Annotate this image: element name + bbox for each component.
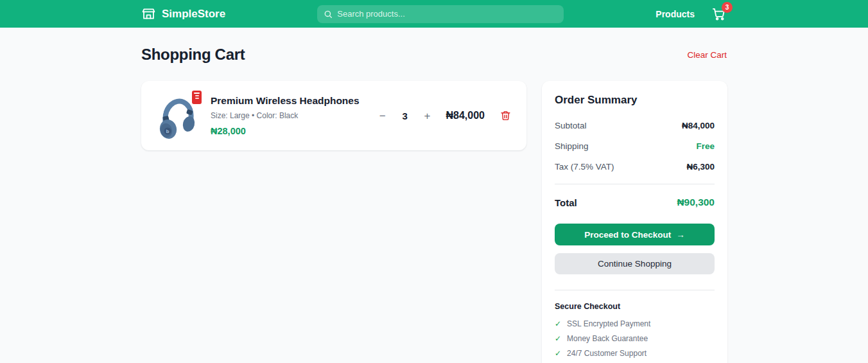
tax-value: ₦6,300 [686,162,715,172]
main-content: Shopping Cart Clear Cart b [141,28,727,363]
secure-divider [555,290,715,290]
headphones-image: b [157,91,196,141]
secure-feature-label: Money Back Guarantee [567,334,648,343]
brand-name: SimpleStore [162,8,225,21]
product-variant: Size: Large • Color: Black [211,111,365,120]
secure-feature-label: 24/7 Customer Support [567,349,647,358]
check-icon: ✓ [555,349,561,358]
summary-row-shipping: Shipping Free [555,141,715,151]
cart-items-list: b Premium Wireless Headphones Size: Larg… [141,81,526,150]
shipping-label: Shipping [555,141,589,151]
summary-row-tax: Tax (7.5% VAT) ₦6,300 [555,162,715,172]
search-bar[interactable] [317,5,564,23]
search-input[interactable] [337,9,557,19]
search-icon [324,10,333,19]
summary-row-subtotal: Subtotal ₦84,000 [555,121,715,130]
check-icon: ✓ [555,334,561,343]
quantity-stepper: − 3 + [379,111,431,121]
sale-tag-icon [192,91,202,104]
secure-feature-moneyback: ✓ Money Back Guarantee [555,334,715,343]
check-icon: ✓ [555,319,561,328]
checkout-button-label: Proceed to Checkout [584,230,671,240]
proceed-to-checkout-button[interactable]: Proceed to Checkout → [555,224,715,245]
subtotal-value: ₦84,000 [682,121,715,130]
secure-checkout-title: Secure Checkout [555,302,715,311]
continue-shopping-button[interactable]: Continue Shopping [555,253,715,274]
cart-count-badge: 3 [722,2,733,13]
product-name: Premium Wireless Headphones [211,95,365,107]
subtotal-label: Subtotal [555,121,587,130]
order-summary-title: Order Summary [555,94,715,107]
summary-divider [555,184,715,184]
secure-feature-label: SSL Encrypted Payment [567,319,650,328]
cart-item-row: b Premium Wireless Headphones Size: Larg… [141,81,526,150]
arrow-right-icon: → [676,230,685,240]
remove-item-button[interactable] [500,110,511,121]
product-unit-price: ₦28,000 [211,126,365,136]
secure-feature-ssl: ✓ SSL Encrypted Payment [555,319,715,328]
cart-button[interactable]: 3 [711,6,727,22]
line-total: ₦84,000 [446,110,485,121]
product-image: b [157,91,196,141]
shipping-value: Free [696,141,715,151]
clear-cart-link[interactable]: Clear Cart [687,50,727,60]
page-title: Shopping Cart [141,46,245,64]
quantity-increase-button[interactable]: + [424,111,431,121]
tax-label: Tax (7.5% VAT) [555,162,614,172]
summary-row-total: Total ₦90,300 [555,197,715,208]
total-label: Total [555,197,577,208]
brand-logo[interactable]: SimpleStore [141,6,225,21]
order-summary-panel: Order Summary Subtotal ₦84,000 Shipping … [542,81,727,363]
storefront-icon [141,6,156,21]
total-value: ₦90,300 [677,197,715,208]
nav-link-products[interactable]: Products [655,9,695,19]
app-header: SimpleStore Products [0,0,868,28]
trash-icon [500,110,511,121]
quantity-value: 3 [401,111,409,121]
svg-text:b: b [166,129,169,134]
quantity-decrease-button[interactable]: − [379,111,386,121]
secure-feature-support: ✓ 24/7 Customer Support [555,349,715,358]
